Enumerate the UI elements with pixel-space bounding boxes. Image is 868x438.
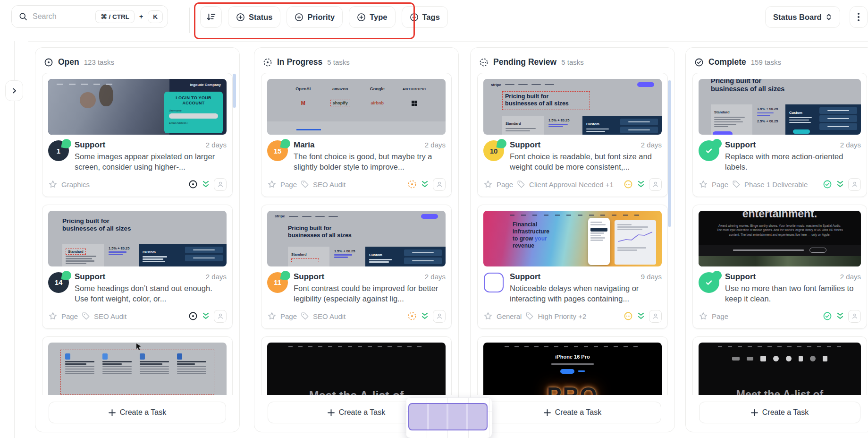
create-task-button[interactable]: Create a Task (484, 402, 661, 423)
status-dashed-circle-icon[interactable] (407, 180, 417, 189)
task-title: Maria (294, 140, 314, 150)
filter-tags-button[interactable]: Tags (402, 6, 448, 28)
task-thumbnail: Financial infrastructure to grow your re… (483, 211, 662, 266)
column-open: Open 123 tasks Ingoude Company LOGIN TO … (35, 47, 240, 432)
task-card-partial[interactable]: Meet the A-list of (692, 336, 867, 395)
vertical-ellipsis-icon (858, 13, 860, 21)
filter-priority-button[interactable]: Priority (287, 6, 343, 28)
task-card[interactable]: entertainment. Award-winning movies. Bin… (692, 205, 867, 329)
priority-chevrons-icon[interactable] (202, 311, 210, 321)
leaf-icon (61, 270, 72, 281)
create-task-button[interactable]: Create a Task (699, 402, 860, 423)
star-icon[interactable] (699, 180, 708, 189)
tag-icon (301, 180, 309, 189)
task-card-partial[interactable] (42, 336, 233, 395)
topbar-divider (189, 8, 190, 33)
priority-chevrons-icon[interactable] (836, 311, 844, 321)
task-card[interactable]: Pricing built for businesses of all size… (692, 73, 867, 197)
assignee-button[interactable] (848, 178, 861, 191)
task-tag: Phase 1 Deliverable (744, 180, 808, 189)
star-icon[interactable] (267, 311, 277, 321)
task-thumbnail: stripe Pricing built for businesses of a… (483, 79, 662, 135)
status-circle-dot-icon[interactable] (188, 311, 198, 321)
view-selector-button[interactable]: Status Board (765, 6, 840, 28)
task-card[interactable]: stripe Pricing built for businesses of a… (261, 205, 452, 329)
task-category: Page (712, 312, 728, 320)
task-description: Some headings don’t stand out enough. Us… (75, 283, 227, 304)
sidebar-expand-button[interactable] (5, 80, 23, 101)
task-card-partial[interactable]: Meet the A-list of (261, 336, 452, 395)
filter-status-button[interactable]: Status (228, 6, 280, 28)
more-options-button[interactable] (850, 6, 868, 28)
task-category: Page (280, 180, 297, 189)
magnifier-icon (18, 12, 28, 21)
status-circle-dot-icon[interactable] (188, 180, 198, 189)
filter-type-label: Type (370, 13, 387, 22)
drag-ghost-panel[interactable] (406, 397, 492, 438)
filter-type-button[interactable]: Type (349, 6, 395, 28)
priority-chevrons-icon[interactable] (202, 180, 210, 189)
task-title: Support (294, 272, 324, 282)
assignee-button[interactable] (433, 178, 446, 191)
assignee-button[interactable] (214, 178, 227, 191)
priority-chevrons-icon[interactable] (421, 311, 429, 321)
leaf-icon (280, 270, 291, 281)
task-card[interactable]: Financial infrastructure to grow your re… (477, 205, 668, 329)
assignee-button[interactable] (433, 310, 446, 323)
channel-logos (715, 356, 844, 361)
status-dashed-circle-icon[interactable] (407, 311, 417, 321)
priority-chevrons-icon[interactable] (421, 180, 429, 189)
star-icon[interactable] (699, 311, 708, 321)
status-circle-check-icon[interactable] (823, 180, 832, 189)
column-header: In Progress 5 tasks (261, 54, 452, 73)
star-icon[interactable] (267, 180, 277, 189)
column-header: Complete 159 tasks (692, 54, 867, 73)
task-thumbnail: stripe Pricing built for businesses of a… (267, 211, 446, 266)
status-circle-ellipsis-icon[interactable] (624, 311, 633, 321)
priority-chevrons-icon[interactable] (637, 311, 645, 321)
thumb-glow-text: PRO (483, 382, 662, 395)
chevron-right-icon (11, 87, 17, 94)
assignee-button[interactable] (649, 178, 662, 191)
status-circle-check-icon[interactable] (823, 311, 832, 321)
task-checkbox-badge[interactable] (484, 273, 504, 292)
task-card[interactable]: OpenAI amazon Google ANTHROPIC M shopify… (261, 73, 452, 197)
column-scrollbar[interactable] (233, 74, 236, 108)
person-icon (436, 312, 443, 320)
task-card[interactable]: Ingoude Company LOGIN TO YOUR ACCOUNT Us… (42, 73, 233, 197)
circled-plus-icon (295, 13, 303, 22)
task-card[interactable]: stripe Pricing built for businesses of a… (477, 73, 668, 197)
task-category: Graphics (61, 180, 90, 189)
column-pending-review: Pending Review 5 tasks stripe Pricing bu… (470, 47, 675, 432)
task-card-partial[interactable]: iPhone 16 Pro PRO (477, 336, 668, 395)
create-task-button[interactable]: Create a Task (49, 402, 226, 423)
priority-chevrons-icon[interactable] (637, 180, 645, 189)
thumb-brand: Ingoude Company (190, 83, 221, 87)
task-title: Support (725, 272, 756, 282)
column-scrollbar[interactable] (668, 80, 671, 227)
thumb-headline: iPhone 16 Pro (483, 354, 662, 360)
task-thumbnail: Pricing built for businesses of all size… (48, 211, 227, 266)
task-count-badge: 15 (267, 140, 288, 161)
sort-descending-icon (206, 12, 216, 22)
task-time: 2 days (425, 273, 446, 281)
star-icon[interactable] (483, 180, 493, 189)
assignee-button[interactable] (848, 310, 861, 323)
task-thumbnail: Meet the A-list of (267, 343, 446, 395)
search-input[interactable]: Search ⌘ / CTRL + K (11, 5, 168, 28)
status-circle-ellipsis-icon[interactable] (624, 180, 633, 189)
task-card[interactable]: Pricing built for businesses of all size… (42, 205, 233, 329)
assignee-button[interactable] (649, 310, 662, 323)
assignee-button[interactable] (214, 310, 227, 323)
column-title: Open (58, 57, 79, 67)
task-thumbnail: entertainment. Award-winning movies. Bin… (699, 211, 861, 266)
priority-chevrons-icon[interactable] (836, 180, 844, 189)
column-title: Pending Review (493, 57, 556, 67)
star-icon[interactable] (483, 311, 493, 321)
star-icon[interactable] (48, 180, 58, 189)
drag-ghost-placeholder[interactable] (408, 403, 488, 430)
sort-button[interactable] (200, 6, 222, 28)
star-icon[interactable] (48, 311, 58, 321)
task-time: 2 days (206, 273, 227, 281)
tag-icon (732, 180, 741, 189)
